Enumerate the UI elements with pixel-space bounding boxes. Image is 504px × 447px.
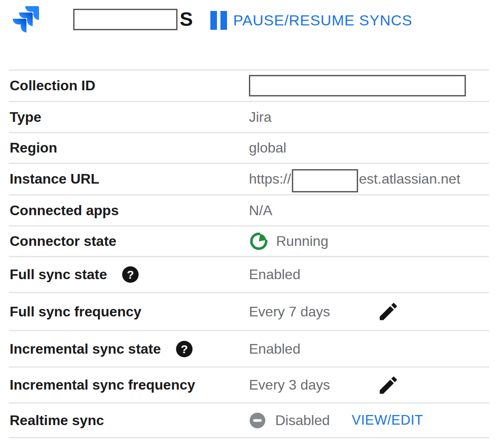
row-value: Every 7 days <box>249 304 377 320</box>
row-label: Connected apps <box>9 202 249 219</box>
row-value: N/A <box>249 202 272 219</box>
row-label: Connector state <box>9 233 249 249</box>
table-row-connector-state: Connector state Running <box>9 225 489 256</box>
edit-pencil-icon[interactable] <box>377 300 400 323</box>
disabled-icon <box>249 412 266 429</box>
table-row-full-sync-state: Full sync state ? Enabled <box>9 256 489 292</box>
svg-text:?: ? <box>181 342 188 355</box>
help-icon[interactable]: ? <box>175 340 193 358</box>
edit-pencil-icon[interactable] <box>377 374 400 397</box>
row-value: Enabled <box>249 266 300 283</box>
pause-icon <box>209 11 227 30</box>
table-row-realtime-sync: Realtime sync Disabled VIEW/EDIT <box>9 402 489 438</box>
pause-resume-syncs-label: PAUSE/RESUME SYNCS <box>233 12 412 29</box>
redacted-title-box <box>73 9 177 30</box>
svg-text:?: ? <box>127 268 134 281</box>
table-row-region: Region global <box>9 132 489 163</box>
instance-url-prefix: https:// <box>249 171 291 187</box>
row-label: Type <box>9 109 249 125</box>
row-value: Enabled <box>249 341 300 357</box>
instance-url-suffix: est.atlassian.net <box>359 171 460 187</box>
row-value: Every 3 days <box>249 377 377 393</box>
row-value: Running <box>276 233 328 249</box>
row-label: Collection ID <box>9 78 249 94</box>
table-row-type: Type Jira <box>9 101 489 132</box>
row-value: Jira <box>249 109 272 125</box>
redacted-url-segment-box <box>292 169 358 192</box>
table-row-collection-id: Collection ID <box>9 69 489 101</box>
page-title-suffix: S <box>180 8 193 31</box>
jira-logo-icon <box>8 2 44 37</box>
row-value: Disabled <box>275 412 330 429</box>
table-row-instance-url: Instance URL https://est.atlassian.net <box>9 163 489 194</box>
table-row-connected-apps: Connected apps N/A <box>9 194 489 225</box>
row-label: Incremental sync frequency <box>9 377 249 393</box>
row-label: Incremental sync state <box>10 341 161 357</box>
running-icon <box>249 231 269 251</box>
table-row-incremental-sync-frequency: Incremental sync frequency Every 3 days <box>9 366 489 402</box>
row-label: Region <box>9 140 249 156</box>
table-row-full-sync-frequency: Full sync frequency Every 7 days <box>9 292 489 330</box>
view-edit-link[interactable]: VIEW/EDIT <box>352 412 423 428</box>
redacted-collection-id-box <box>249 75 466 96</box>
row-label: Realtime sync <box>9 412 249 429</box>
row-label: Full sync state <box>10 266 107 283</box>
row-label: Full sync frequency <box>9 304 249 320</box>
page-header: S PAUSE/RESUME SYNCS <box>0 0 504 69</box>
row-value: global <box>249 140 286 156</box>
pause-resume-syncs-button[interactable]: PAUSE/RESUME SYNCS <box>209 11 412 30</box>
connector-properties-table: Collection ID Type Jira Region global In… <box>9 69 489 438</box>
row-label: Instance URL <box>9 171 249 187</box>
table-row-incremental-sync-state: Incremental sync state ? Enabled <box>9 330 489 366</box>
help-icon[interactable]: ? <box>121 266 139 284</box>
